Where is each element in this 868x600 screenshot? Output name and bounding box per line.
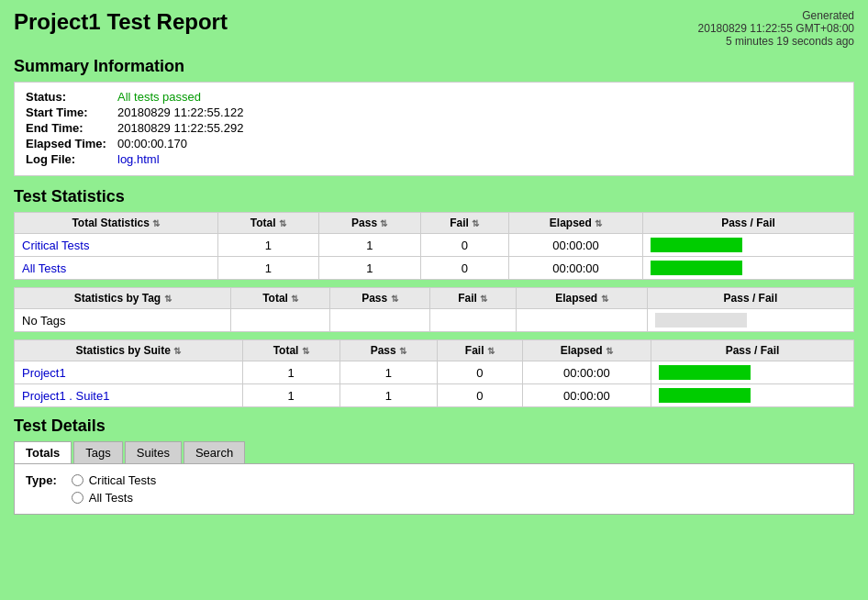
tag-statistics-table: Statistics by Tag ⇅ Total ⇅ Pass ⇅ Fail … [14, 287, 854, 332]
suite1-pass: 1 [339, 384, 437, 407]
sort-icon-elapsed: ⇅ [595, 218, 602, 228]
sort-icon-suite-total: ⇅ [302, 346, 309, 356]
suite1-fail: 0 [438, 384, 523, 407]
summary-section-title: Summary Information [14, 57, 854, 76]
all-tests-link[interactable]: All Tests [22, 261, 66, 275]
sort-icon-suite-fail: ⇅ [487, 346, 495, 356]
table-row: Project1 1 1 0 00:00:00 [15, 361, 854, 384]
pass-bar2 [651, 261, 742, 275]
total-stats-name-header: Total Statistics ⇅ [15, 213, 218, 234]
notag-passfail [647, 309, 853, 332]
page-header: Project1 Test Report Generated 20180829 … [14, 9, 854, 48]
total-statistics-table: Total Statistics ⇅ Total ⇅ Pass ⇅ Fail ⇅… [14, 212, 854, 280]
project1-fail: 0 [438, 361, 523, 384]
sort-icon-pass: ⇅ [380, 218, 387, 228]
radio-critical-input[interactable] [72, 474, 83, 486]
project1-elapsed: 00:00:00 [522, 361, 651, 384]
total-stats-fail-header: Fail ⇅ [420, 213, 508, 234]
sort-icon-fail: ⇅ [472, 218, 479, 228]
all-total: 1 [217, 257, 318, 280]
tag-stats-passfail-header: Pass / Fail [647, 288, 853, 309]
critical-tests-link[interactable]: Critical Tests [22, 239, 89, 252]
details-section-title: Test Details [14, 417, 854, 436]
total-stats-total-header: Total ⇅ [217, 213, 318, 234]
type-label: Type: [26, 473, 57, 487]
all-passfail-bar [643, 257, 854, 280]
tag-stats-pass-header: Pass ⇅ [330, 288, 429, 309]
suite1-pass-bar [659, 388, 751, 403]
summary-row-log: Log File: log.html [26, 152, 842, 166]
tag-stats-elapsed-header: Elapsed ⇅ [516, 288, 647, 309]
radio-critical-label: Critical Tests [89, 473, 156, 487]
tabs-row: Totals Tags Suites Search [14, 441, 854, 463]
total-stats-passfail-header: Pass / Fail [643, 213, 854, 234]
suite-stats-pass-header: Pass ⇅ [339, 340, 437, 361]
sort-icon-tag-elapsed: ⇅ [601, 294, 608, 304]
suite-stats-passfail-header: Pass / Fail [651, 340, 854, 361]
summary-row-status: Status: All tests passed [26, 90, 842, 104]
suite1-bar [659, 388, 751, 403]
generated-info: Generated 20180829 11:22:55 GMT+08:00 5 … [698, 9, 854, 48]
log-file-label: Log File: [26, 152, 117, 166]
tab-tags[interactable]: Tags [73, 441, 122, 463]
table-row: Critical Tests 1 1 0 00:00:00 [15, 234, 854, 257]
suite1-link[interactable]: Project1 . Suite1 [22, 389, 109, 403]
radio-all-input[interactable] [72, 492, 83, 504]
radio-all[interactable]: All Tests [72, 491, 156, 505]
pass-bar [651, 238, 742, 252]
log-file-link[interactable]: log.html [117, 152, 160, 166]
end-time-value: 20180829 11:22:55.292 [117, 121, 243, 135]
summary-row-start: Start Time: 20180829 11:22:55.122 [26, 106, 842, 119]
elapsed-time-value: 00:00:00.170 [117, 137, 187, 150]
sort-icon-tag-pass: ⇅ [391, 294, 398, 304]
start-time-label: Start Time: [26, 106, 117, 119]
tab-totals[interactable]: Totals [14, 441, 72, 463]
suite-stats-total-header: Total ⇅ [242, 340, 339, 361]
critical-fail: 0 [420, 234, 508, 257]
project1-total: 1 [242, 361, 339, 384]
sort-icon-tag: ⇅ [164, 294, 172, 304]
status-value: All tests passed [117, 90, 201, 104]
critical-pass: 1 [318, 234, 420, 257]
project1-bar [659, 365, 751, 380]
all-fail: 0 [420, 257, 508, 280]
all-elapsed: 00:00:00 [508, 257, 642, 280]
suite1-elapsed: 00:00:00 [522, 384, 651, 407]
end-time-label: End Time: [26, 121, 117, 135]
notag-pass [330, 309, 429, 332]
project1-pass: 1 [339, 361, 437, 384]
tab-suites[interactable]: Suites [125, 441, 182, 463]
all-pass: 1 [318, 257, 420, 280]
suite1-total: 1 [242, 384, 339, 407]
sort-icon-tag-total: ⇅ [291, 294, 298, 304]
critical-elapsed: 00:00:00 [508, 234, 642, 257]
sort-icon-total: ⇅ [152, 218, 160, 228]
table-row: All Tests 1 1 0 00:00:00 [15, 257, 854, 280]
total-stats-elapsed-header: Elapsed ⇅ [508, 213, 642, 234]
notag-elapsed [516, 309, 647, 332]
project1-link[interactable]: Project1 [22, 366, 66, 380]
suite-stats-name-header: Statistics by Suite ⇅ [15, 340, 243, 361]
summary-row-elapsed: Elapsed Time: 00:00:00.170 [26, 137, 842, 150]
tag-stats-total-header: Total ⇅ [231, 288, 330, 309]
table-row: No Tags [15, 309, 854, 332]
summary-box: Status: All tests passed Start Time: 201… [14, 82, 854, 176]
notag-bar [655, 313, 747, 328]
sort-icon-suite: ⇅ [173, 346, 181, 356]
sort-icon-suite-pass: ⇅ [399, 346, 406, 356]
total-stats-pass-header: Pass ⇅ [318, 213, 420, 234]
elapsed-time-label: Elapsed Time: [26, 137, 117, 150]
suite-stats-elapsed-header: Elapsed ⇅ [522, 340, 651, 361]
radio-critical[interactable]: Critical Tests [72, 473, 156, 487]
generated-label: Generated [802, 9, 854, 22]
tab-search[interactable]: Search [184, 441, 245, 463]
tag-stats-name-header: Statistics by Tag ⇅ [15, 288, 231, 309]
summary-row-end: End Time: 20180829 11:22:55.292 [26, 121, 842, 135]
critical-total: 1 [217, 234, 318, 257]
start-time-value: 20180829 11:22:55.122 [117, 106, 243, 119]
project1-pass-bar [659, 365, 751, 380]
suite-statistics-table: Statistics by Suite ⇅ Total ⇅ Pass ⇅ Fai… [14, 339, 854, 407]
generated-time: 20180829 11:22:55 GMT+08:00 [698, 22, 854, 35]
suite1-passfail-bar [651, 384, 854, 407]
statistics-section-title: Test Statistics [14, 187, 854, 206]
